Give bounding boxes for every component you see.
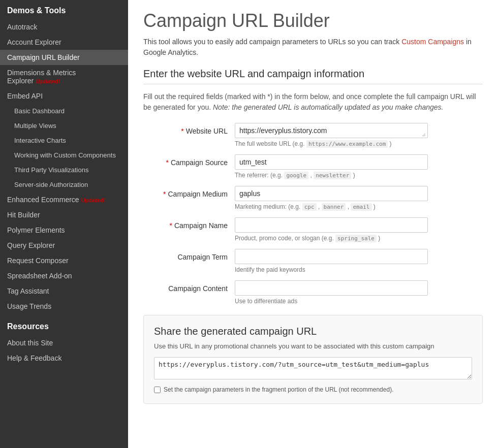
required-star-3: *	[163, 190, 166, 198]
campaign-name-label: *Campaign Name	[143, 217, 235, 230]
required-star-2: *	[166, 158, 168, 167]
campaign-name-field-col: Product, promo code, or slogan (e.g. spr…	[235, 217, 483, 242]
sidebar-resource-help-feedback[interactable]: Help & Feedback	[0, 350, 128, 366]
sidebar-demos-title: Demos & Tools	[0, 0, 128, 19]
campaign-source-label: *Campaign Source	[143, 154, 235, 167]
share-url-wrap: https://everyplus.tistory.com/?utm_sourc…	[154, 357, 472, 381]
form-description: Fill out the required fields (marked wit…	[143, 91, 483, 113]
sidebar-item-request-composer[interactable]: Request Composer	[0, 253, 128, 268]
campaign-source-row: *Campaign Source The referrer: (e.g. goo…	[143, 154, 483, 179]
sidebar-item-server-side[interactable]: Server-side Authorization	[0, 177, 128, 192]
sidebar-item-polymer-elements[interactable]: Polymer Elements	[0, 222, 128, 238]
campaign-source-input[interactable]	[235, 154, 428, 170]
campaign-name-row: *Campaign Name Product, promo code, or s…	[143, 217, 483, 242]
website-url-row: *Website URL ⊿ The full website URL (e.g…	[143, 123, 483, 147]
sidebar-item-campaign-url-builder[interactable]: Campaign URL Builder	[0, 50, 128, 65]
share-url-textarea[interactable]: https://everyplus.tistory.com/?utm_sourc…	[154, 357, 472, 379]
sidebar-item-spreadsheet-addon[interactable]: Spreadsheet Add-on	[0, 268, 128, 283]
campaign-term-hint: Identify the paid keywords	[235, 266, 428, 273]
campaign-medium-input[interactable]	[235, 186, 428, 201]
website-url-input[interactable]	[235, 123, 428, 138]
intro-text-1: This tool allows you to easily add campa…	[143, 38, 401, 46]
campaign-content-input[interactable]	[235, 280, 428, 296]
campaign-source-field-col: The referrer: (e.g. google , newsletter …	[235, 154, 483, 179]
sidebar-resource-about-site[interactable]: About this Site	[0, 335, 128, 350]
required-star: *	[181, 127, 183, 135]
main-content-area: Campaign URL Builder This tool allows yo…	[128, 0, 498, 448]
campaign-medium-field-col: Marketing medium: (e.g. cpc , banner , e…	[235, 186, 483, 210]
custom-campaigns-link[interactable]: Custom Campaigns	[401, 38, 464, 46]
share-description: Use this URL in any promotional channels…	[154, 342, 472, 350]
sidebar-item-dimensions-metrics[interactable]: Dimensions & Metrics ExplorerUpdated!	[0, 65, 128, 88]
campaign-term-input[interactable]	[235, 249, 428, 264]
sidebar-item-hit-builder[interactable]: Hit Builder	[0, 207, 128, 222]
sidebar-item-working-custom[interactable]: Working with Custom Components	[0, 148, 128, 163]
campaign-content-field-col: Use to differentiate ads	[235, 280, 483, 305]
campaign-content-hint: Use to differentiate ads	[235, 298, 428, 305]
required-star-4: *	[169, 221, 172, 230]
form-desc-2: Note: the generated URL is automatically…	[213, 103, 443, 111]
sidebar-resources-title: Resources	[0, 314, 128, 335]
sidebar-item-multiple-views[interactable]: Multiple Views	[0, 118, 128, 133]
sidebar-item-account-explorer[interactable]: Account Explorer	[0, 35, 128, 50]
page-title: Campaign URL Builder	[128, 0, 498, 37]
website-url-wrap: ⊿	[235, 123, 428, 138]
sidebar-item-autotrack[interactable]: Autotrack	[0, 19, 128, 35]
share-title: Share the generated campaign URL	[154, 326, 472, 337]
campaign-content-label: Campaign Content	[143, 280, 235, 293]
nav-badge-enhanced-ecommerce: Updated!	[81, 197, 106, 203]
campaign-term-row: Campaign Term Identify the paid keywords	[143, 249, 483, 273]
share-section: Share the generated campaign URL Use thi…	[143, 315, 483, 404]
campaign-name-hint: Product, promo code, or slogan (e.g. spr…	[235, 235, 428, 242]
share-checkbox-row: Set the campaign parameters in the fragm…	[154, 386, 472, 393]
sidebar-item-query-explorer[interactable]: Query Explorer	[0, 238, 128, 253]
sidebar-item-usage-trends[interactable]: Usage Trends	[0, 299, 128, 314]
sidebar: Demos & Tools AutotrackAccount ExplorerC…	[0, 0, 128, 448]
resize-handle: ⊿	[422, 132, 427, 137]
nav-badge-dimensions-metrics: Updated!	[36, 78, 60, 84]
campaign-term-field-col: Identify the paid keywords	[235, 249, 483, 273]
sidebar-item-embed-api[interactable]: Embed API	[0, 88, 128, 104]
website-url-label: *Website URL	[143, 123, 235, 135]
sidebar-item-enhanced-ecommerce[interactable]: Enhanced EcommerceUpdated!	[0, 192, 128, 207]
campaign-content-row: Campaign Content Use to differentiate ad…	[143, 280, 483, 305]
website-url-field-col: ⊿ The full website URL (e.g. https://www…	[235, 123, 483, 147]
campaign-medium-label: *Campaign Medium	[143, 186, 235, 198]
campaign-medium-row: *Campaign Medium Marketing medium: (e.g.…	[143, 186, 483, 210]
sidebar-item-third-party[interactable]: Third Party Visualizations	[0, 163, 128, 177]
sidebar-item-interactive-charts[interactable]: Interactive Charts	[0, 133, 128, 148]
campaign-term-label: Campaign Term	[143, 249, 235, 261]
website-url-hint: The full website URL (e.g. https://www.e…	[235, 140, 428, 147]
fragment-checkbox[interactable]	[154, 387, 161, 393]
sidebar-item-basic-dashboard[interactable]: Basic Dashboard	[0, 104, 128, 118]
form-section-heading: Enter the website URL and campaign infor…	[143, 68, 483, 84]
campaign-name-input[interactable]	[235, 217, 428, 233]
campaign-medium-hint: Marketing medium: (e.g. cpc , banner , e…	[235, 203, 428, 210]
sidebar-item-tag-assistant[interactable]: Tag Assistant	[0, 283, 128, 299]
fragment-checkbox-label: Set the campaign parameters in the fragm…	[164, 386, 393, 393]
campaign-source-hint: The referrer: (e.g. google , newsletter …	[235, 172, 428, 179]
intro-paragraph: This tool allows you to easily add campa…	[143, 37, 483, 58]
